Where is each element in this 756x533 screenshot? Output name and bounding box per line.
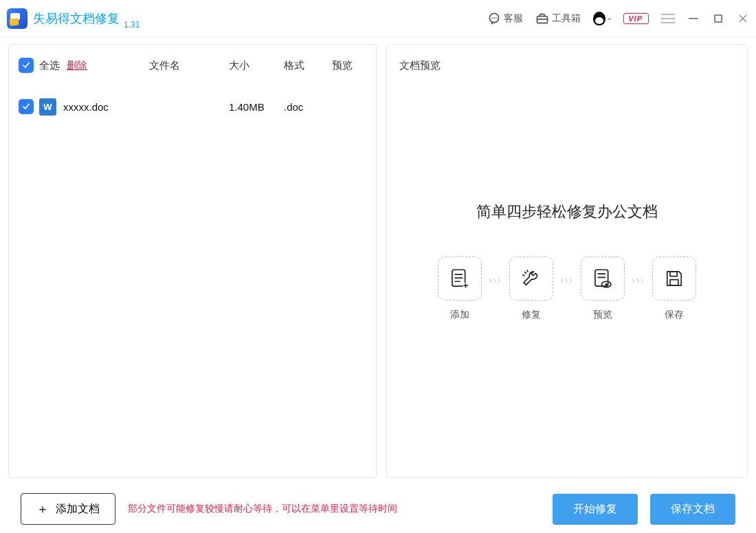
save-document-button[interactable]: 保存文档: [650, 494, 735, 525]
svg-point-2: [493, 17, 495, 19]
svg-rect-10: [670, 271, 677, 276]
select-all-label: 全选: [39, 59, 60, 72]
maximize-button[interactable]: [712, 12, 724, 25]
svg-point-9: [605, 283, 607, 285]
add-document-icon: [438, 257, 482, 301]
delete-button[interactable]: 删除: [67, 59, 87, 72]
add-document-label: 添加文档: [56, 502, 100, 516]
arrow-icon: ›››: [489, 274, 502, 303]
minimize-button[interactable]: [687, 12, 700, 25]
qq-button[interactable]: -: [593, 12, 612, 25]
app-title: 失易得文档修复: [33, 10, 120, 27]
footer: ＋ 添加文档 部分文件可能修复较慢请耐心等待，可以在菜单里设置等待时间 开始修复…: [0, 485, 756, 533]
customer-service-button[interactable]: 客服: [487, 12, 523, 25]
svg-point-3: [496, 17, 497, 19]
app-version: 1.31: [124, 20, 140, 30]
hint-text: 部分文件可能修复较慢请耐心等待，可以在菜单里设置等待时间: [128, 503, 397, 515]
repair-icon: [509, 257, 553, 301]
col-size: 大小: [229, 59, 284, 72]
menu-button[interactable]: [661, 14, 675, 23]
arrow-icon: ›››: [560, 274, 574, 303]
customer-service-label: 客服: [504, 12, 523, 25]
check-icon: [21, 61, 31, 70]
word-file-icon: W: [39, 98, 56, 116]
qq-penguin-icon: [593, 12, 605, 25]
select-all-checkbox[interactable]: [19, 58, 34, 73]
preview-document-icon: [581, 257, 625, 301]
close-icon: [737, 13, 748, 24]
list-header: 全选 删除 文件名 大小 格式 预览: [9, 45, 376, 86]
titlebar: 失易得文档修复 1.31 客服 工具箱 - VIP: [0, 0, 756, 37]
close-button[interactable]: [737, 12, 749, 25]
step-preview: 预览: [581, 257, 625, 321]
app-logo-icon: [7, 8, 27, 29]
step-repair: 修复: [509, 257, 553, 321]
toolbox-icon: [535, 12, 549, 25]
file-list-panel: 全选 删除 文件名 大小 格式 预览 W xxxxx.doc 1.40MB .d…: [8, 44, 377, 478]
qq-label: -: [608, 13, 612, 24]
step-save: 保存: [652, 257, 696, 321]
chat-icon: [487, 12, 501, 25]
file-size: 1.40MB: [229, 101, 284, 113]
toolbox-button[interactable]: 工具箱: [535, 12, 581, 25]
svg-point-1: [491, 17, 493, 19]
start-repair-button[interactable]: 开始修复: [553, 494, 638, 525]
file-row[interactable]: W xxxxx.doc 1.40MB .doc: [9, 86, 376, 127]
check-icon: [21, 102, 31, 111]
steps-row: 添加 ››› 修复 ››› 预览 ›››: [438, 257, 696, 321]
preview-title: 文档预览: [387, 45, 747, 86]
step-save-label: 保存: [665, 309, 684, 321]
plus-icon: ＋: [36, 501, 49, 517]
step-preview-label: 预览: [593, 309, 612, 321]
vip-badge[interactable]: VIP: [623, 13, 649, 24]
arrow-icon: ›››: [632, 274, 645, 303]
col-preview: 预览: [332, 59, 366, 72]
step-add-label: 添加: [450, 309, 469, 321]
col-format: 格式: [284, 59, 332, 72]
step-repair-label: 修复: [522, 309, 541, 321]
save-icon: [652, 257, 696, 301]
preview-panel: 文档预览 简单四步轻松修复办公文档 添加 ››› 修复 ›››: [386, 44, 748, 478]
col-filename: 文件名: [149, 59, 180, 72]
add-document-button[interactable]: ＋ 添加文档: [21, 493, 115, 525]
step-add: 添加: [438, 257, 482, 321]
file-format: .doc: [284, 101, 332, 113]
steps-headline: 简单四步轻松修复办公文档: [476, 202, 658, 222]
svg-rect-11: [670, 279, 678, 285]
row-checkbox[interactable]: [19, 99, 34, 114]
toolbox-label: 工具箱: [552, 12, 581, 25]
file-name: xxxxx.doc: [63, 101, 109, 113]
